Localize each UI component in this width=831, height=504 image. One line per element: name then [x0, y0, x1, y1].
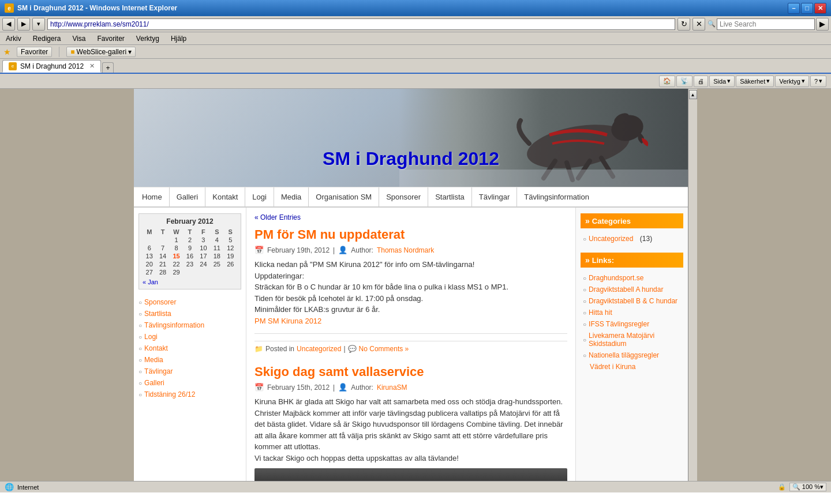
cal-cell[interactable]: 17 — [197, 252, 210, 260]
cal-cell[interactable]: 11 — [210, 244, 223, 252]
link-draghundsport[interactable]: Draghundsport.se — [581, 272, 683, 284]
cal-cell[interactable]: 10 — [197, 244, 210, 252]
recent-button[interactable]: ▾ — [32, 18, 45, 31]
link-hitta-hit[interactable]: Hitta hit — [581, 307, 683, 318]
home-toolbar-button[interactable]: 🏠 — [659, 76, 675, 87]
nav-home[interactable]: Home — [140, 187, 170, 206]
zoom-indicator[interactable]: 🔍 100 %▾ — [789, 483, 826, 491]
link-dragvikt-a[interactable]: Dragviktstabell A hundar — [581, 284, 683, 295]
nav-sponsorer[interactable]: Sponsorer — [379, 187, 428, 206]
forward-button[interactable]: ▶ — [17, 18, 30, 31]
cal-prev-link[interactable]: « Jan — [143, 279, 158, 285]
help-toolbar-button[interactable]: ?▾ — [810, 76, 826, 87]
cal-cell[interactable]: 20 — [143, 260, 156, 268]
post-2-author[interactable]: KirunaSM — [377, 383, 407, 392]
minimize-button[interactable]: – — [788, 3, 800, 14]
menu-visa[interactable]: Visa — [70, 33, 88, 44]
link-nationella[interactable]: Nationella tiläggsregler — [581, 349, 683, 361]
sidebar-startlista[interactable]: Startlista — [138, 308, 241, 319]
link-ifss[interactable]: IFSS Tävlingsregler — [581, 318, 683, 330]
cal-cell[interactable]: 21 — [156, 260, 169, 268]
cal-cell[interactable]: 16 — [183, 252, 196, 260]
address-input[interactable] — [47, 18, 675, 30]
cal-cell[interactable]: 23 — [183, 260, 196, 268]
cal-cell[interactable] — [156, 236, 169, 244]
cal-cell[interactable] — [143, 236, 156, 244]
post-1-title[interactable]: PM för SM nu uppdaterat — [254, 227, 567, 242]
nav-organisation[interactable]: Organisation SM — [309, 187, 379, 206]
nav-kontakt[interactable]: Kontakt — [205, 187, 245, 206]
security-toolbar-button[interactable]: Säkerhet▾ — [736, 76, 774, 87]
cal-cell[interactable]: 5 — [224, 236, 237, 244]
cal-cell[interactable]: 26 — [224, 260, 237, 268]
post-1-link[interactable]: PM SM Kiruna 2012 — [254, 317, 321, 325]
cal-cell[interactable]: 9 — [183, 244, 196, 252]
cal-cell[interactable]: 28 — [156, 268, 169, 276]
nav-tavlingsinformation[interactable]: Tävlingsinformation — [517, 187, 596, 206]
cal-cell[interactable]: 18 — [210, 252, 223, 260]
sidebar-kontakt[interactable]: Kontakt — [138, 343, 241, 354]
sidebar-media[interactable]: Media — [138, 354, 241, 366]
new-tab-button[interactable]: + — [102, 62, 114, 73]
cal-cell[interactable]: 1 — [170, 236, 183, 244]
post-1-category[interactable]: Uncategorized — [297, 345, 341, 353]
cal-cell[interactable] — [210, 268, 223, 276]
nav-startlista[interactable]: Startlista — [428, 187, 472, 206]
cal-cell[interactable] — [224, 268, 237, 276]
sidebar-galleri[interactable]: Galleri — [138, 377, 241, 389]
tab-close-icon[interactable]: ✕ — [89, 62, 95, 70]
cal-cell[interactable]: 29 — [170, 268, 183, 276]
menu-redigera[interactable]: Redigera — [31, 33, 63, 44]
close-button[interactable]: ✕ — [814, 3, 826, 14]
nav-galleri[interactable]: Galleri — [170, 187, 206, 206]
post-1-author[interactable]: Thomas Nordmark — [377, 246, 434, 254]
cal-cell[interactable]: 19 — [224, 252, 237, 260]
cal-cell[interactable]: 27 — [143, 268, 156, 276]
link-vadret[interactable]: Vädret i Kiruna — [581, 361, 683, 373]
category-uncategorized[interactable]: Uncategorized (13) — [581, 233, 683, 245]
window-controls[interactable]: – □ ✕ — [788, 3, 826, 14]
sidebar-tavlingar[interactable]: Tävlingar — [138, 366, 241, 377]
link-livekamera[interactable]: Livekamera Matojärvi Skidstadium — [581, 330, 683, 349]
cal-cell-today[interactable]: 15 — [170, 252, 183, 260]
menu-hjalp[interactable]: Hjälp — [169, 33, 189, 44]
print-toolbar-button[interactable]: 🖨 — [694, 76, 708, 87]
scroll-up-button[interactable]: ▲ — [689, 90, 697, 99]
link-dragvikt-bc[interactable]: Dragviktstabell B & C hundar — [581, 295, 683, 307]
older-entries-link[interactable]: « Older Entries — [254, 213, 567, 221]
cal-cell[interactable]: 24 — [197, 260, 210, 268]
cal-cell[interactable]: 14 — [156, 252, 169, 260]
menu-arkiv[interactable]: Arkiv — [3, 33, 24, 44]
menu-favoriter[interactable]: Favoriter — [95, 33, 127, 44]
cal-cell[interactable]: 25 — [210, 260, 223, 268]
rss-toolbar-button[interactable]: 📡 — [676, 76, 692, 87]
stop-button[interactable]: ✕ — [692, 18, 705, 31]
sidebar-tidstraning[interactable]: Tidstäning 26/12 — [138, 389, 241, 400]
cal-cell[interactable]: 2 — [183, 236, 196, 244]
cal-cell[interactable]: 3 — [197, 236, 210, 244]
sidebar-sponsorer[interactable]: Sponsorer — [138, 296, 241, 308]
active-tab[interactable]: e SM i Draghund 2012 ✕ — [2, 60, 101, 73]
scrollbar[interactable]: ▲ ▼ — [688, 89, 697, 492]
menu-verktyg[interactable]: Verktyg — [134, 33, 162, 44]
cal-cell[interactable]: 12 — [224, 244, 237, 252]
sidebar-logi[interactable]: Logi — [138, 331, 241, 343]
cal-cell[interactable] — [197, 268, 210, 276]
back-button[interactable]: ◀ — [2, 18, 15, 31]
cal-cell[interactable]: 13 — [143, 252, 156, 260]
cal-cell[interactable]: 8 — [170, 244, 183, 252]
cal-cell[interactable]: 6 — [143, 244, 156, 252]
cal-cell[interactable]: 4 — [210, 236, 223, 244]
nav-media[interactable]: Media — [274, 187, 309, 206]
nav-logi[interactable]: Logi — [245, 187, 274, 206]
cal-cell[interactable]: 22 — [170, 260, 183, 268]
tools-toolbar-button[interactable]: Verktyg▾ — [775, 76, 809, 87]
refresh-button[interactable]: ↻ — [677, 18, 690, 31]
sidebar-tavlingsinformation[interactable]: Tävlingsinformation — [138, 319, 241, 331]
maximize-button[interactable]: □ — [801, 3, 813, 14]
search-submit-button[interactable]: ▶ — [816, 18, 829, 31]
webslice-button[interactable]: ■ WebSlice-galleri ▾ — [66, 47, 136, 57]
cal-cell[interactable]: 7 — [156, 244, 169, 252]
search-input[interactable] — [717, 18, 815, 30]
nav-tavlingar[interactable]: Tävlingar — [472, 187, 517, 206]
